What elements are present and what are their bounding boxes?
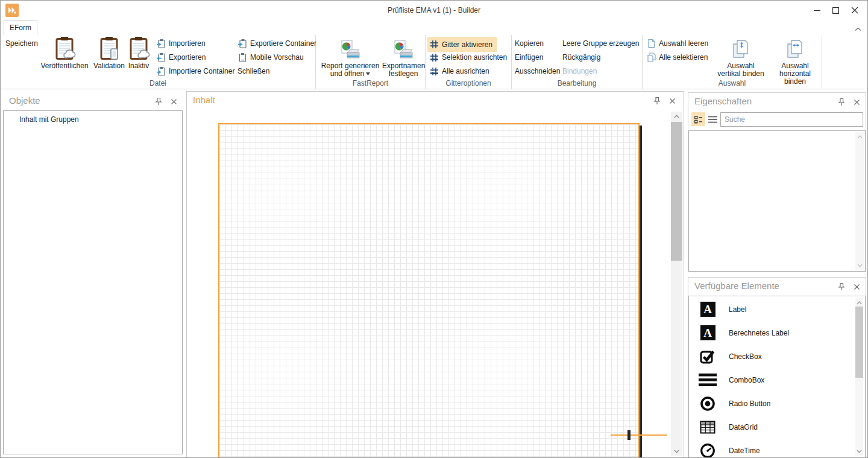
auswahl-horizontal-binden-button[interactable]: Auswahl horizontal binden [769,36,821,86]
align-selection-grid-icon [430,53,439,62]
scrollbar-thumb[interactable] [671,122,682,261]
select-all-pages-icon [647,52,656,62]
panel-objekte-title: Objekte [9,95,40,106]
einfuegen-button[interactable]: Einfügen [515,51,543,63]
scroll-down-arrow-icon[interactable] [671,447,682,456]
categorized-view-icon [694,115,703,124]
importiere-container-button[interactable]: Importiere Container [156,65,234,77]
mobile-vorschau-label: Mobile Vorschau [250,53,304,62]
auswahl-leeren-label: Auswahl leeren [659,39,708,48]
close-window-button[interactable] [845,1,864,20]
validation-label: Validation [92,62,126,70]
veroeffentlichen-button[interactable]: Veröffentlichen [38,36,91,70]
selektion-ausrichten-button[interactable]: Selektion ausrichten [430,51,507,63]
inaktiv-button[interactable]: Inaktiv [125,36,153,70]
panel-objekte-title-bar: Objekte [3,92,183,110]
alle-selektieren-label: Alle selektieren [659,53,708,62]
pin-panel-button[interactable] [653,97,661,105]
gitter-aktivieren-button[interactable]: Gitter aktivieren [427,37,497,52]
speichern-button[interactable]: Speichern [5,37,38,49]
selektion-ausrichten-label: Selektion ausrichten [442,53,507,62]
panel-inhalt: Inhalt [186,91,684,458]
maximize-button[interactable] [826,1,845,20]
pin-icon [838,98,845,106]
pin-panel-button[interactable] [154,97,163,106]
alle-selektieren-button[interactable]: Alle selektieren [647,51,708,63]
exportieren-label: Exportieren [169,53,206,62]
clipboard-cloud-icon [125,36,153,60]
gitter-aktivieren-label: Gitter aktivieren [442,40,492,49]
close-icon [171,99,177,104]
ribbon-group-gitteroptionen: Gitter aktivieren Selektion ausrichten A… [426,35,512,89]
alphabetical-view-button[interactable] [706,112,720,126]
clipboard-export-icon [156,52,166,62]
datetime-icon [700,443,715,458]
properties-search-input[interactable] [720,112,863,127]
align-all-grid-icon [430,67,439,76]
kopieren-label: Kopieren [515,39,544,48]
scroll-up-arrow-icon[interactable] [855,298,863,307]
auswahl-leeren-button[interactable]: Auswahl leeren [647,37,708,49]
element-item-radio-button[interactable]: Radio Button [689,392,865,415]
form-canvas-page[interactable] [218,123,640,458]
element-item-berechnetes-label[interactable]: A Berechnetes Label [689,321,865,345]
rueckgaengig-button[interactable]: Rückgängig [562,51,600,63]
element-item-datagrid[interactable]: DataGrid [689,415,865,439]
radio-button-icon [700,396,715,412]
alle-ausrichten-label: Alle ausrichten [442,67,489,75]
bind-horizontal-pages-icon [769,36,821,60]
dropdown-arrow-icon [366,72,370,75]
element-item-datetime[interactable]: DateTime [689,439,865,458]
inaktiv-label: Inaktiv [125,62,153,70]
maximize-icon [832,7,839,14]
exportiere-container-button[interactable]: Exportiere Container [237,37,316,49]
close-panel-button[interactable] [852,98,861,106]
mobile-vorschau-button[interactable]: Mobile Vorschau [237,51,304,63]
categorized-view-button[interactable] [691,112,705,126]
elements-scrollbar[interactable] [855,298,863,456]
einfuegen-label: Einfügen [515,53,543,62]
scroll-up-arrow-icon[interactable] [855,132,864,141]
close-panel-button[interactable] [169,97,178,106]
panel-inhalt-title: Inhalt [193,95,215,105]
element-item-combobox[interactable]: ComboBox [689,368,865,392]
element-item-label[interactable]: A Label [689,297,865,321]
bindungen-label: Bindungen [562,67,597,75]
auswahl-vertikal-binden-label-line2: vertikal binden [712,70,769,78]
close-icon [670,98,675,104]
datagrid-icon [700,420,715,434]
pin-panel-button[interactable] [837,98,846,106]
properties-scrollbar[interactable] [855,132,864,270]
close-panel-button[interactable] [668,97,676,105]
auswahl-vertikal-binden-button[interactable]: Auswahl vertikal binden [712,36,769,78]
ribbon-collapse-button[interactable] [853,25,863,33]
kopieren-button[interactable]: Kopieren [515,37,544,49]
scrollbar-thumb[interactable] [855,307,863,378]
pin-panel-button[interactable] [837,282,846,291]
importieren-button[interactable]: Importieren [156,37,206,49]
scroll-up-arrow-icon[interactable] [671,112,682,121]
exportnamen-button[interactable]: Exportnamen festlegen [382,36,424,78]
clipboard-import-icon [156,66,166,76]
scroll-down-arrow-icon[interactable] [855,447,863,456]
element-item-checkbox[interactable]: CheckBox [689,345,865,368]
minimize-button[interactable] [808,1,826,20]
canvas-vertical-scrollbar[interactable] [671,112,682,456]
close-panel-button[interactable] [852,282,861,291]
tree-item-inhalt-mit-gruppen[interactable]: Inhalt mit Gruppen [19,115,79,124]
combobox-icon [699,374,717,386]
ribbon-group-bearbeitung: Kopieren Einfügen Ausschneiden Leere Gru… [512,35,643,89]
ausschneiden-button[interactable]: Ausschneiden [515,65,560,77]
alle-ausrichten-button[interactable]: Alle ausrichten [430,65,489,77]
panel-verfuegbare-title-bar: Verfügbare Elemente [688,278,866,296]
leere-gruppe-erzeugen-button[interactable]: Leere Gruppe erzeugen [562,37,639,49]
scroll-down-arrow-icon[interactable] [855,261,864,270]
panel-objekte: Objekte Inhalt mit Gruppen [3,92,183,454]
tab-eform[interactable]: EForm [4,20,37,35]
schliessen-button[interactable]: Schließen [237,65,269,77]
validation-button[interactable]: Validation [92,36,126,70]
importiere-container-label: Importiere Container [169,67,234,75]
exportieren-button[interactable]: Exportieren [156,51,206,63]
clipboard-import-icon [237,39,247,48]
report-generieren-button[interactable]: Report generieren und öffnen [318,36,382,78]
